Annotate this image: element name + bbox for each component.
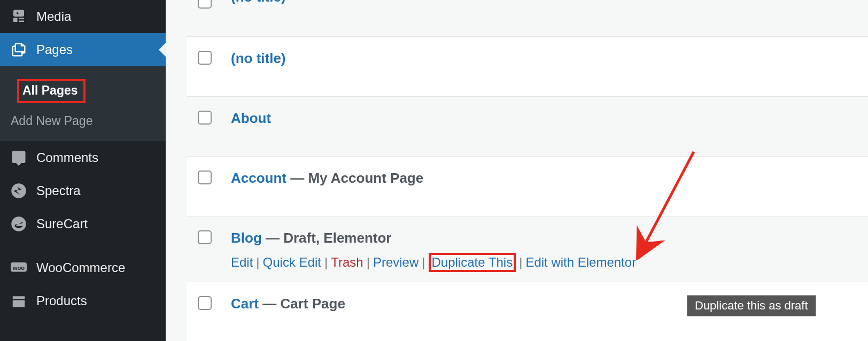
surecart-icon: [11, 216, 27, 232]
admin-sidebar: Media Pages All Pages Add New Page Comme…: [0, 0, 166, 341]
main-content: (no title) (no title) About: [166, 0, 868, 341]
action-preview[interactable]: Preview: [373, 255, 418, 269]
sidebar-submenu: All Pages Add New Page: [0, 66, 166, 141]
sidebar-item-pages[interactable]: Pages: [0, 33, 166, 66]
sidebar-item-label: WooCommerce: [36, 260, 125, 275]
action-quick-edit[interactable]: Quick Edit: [263, 255, 321, 269]
page-title-suffix: — Draft, Elementor: [262, 230, 392, 246]
row-checkbox[interactable]: [198, 111, 212, 125]
row-checkbox[interactable]: [198, 296, 212, 310]
duplicate-highlight: Duplicate This: [429, 253, 516, 272]
sidebar-item-media[interactable]: Media: [0, 0, 166, 33]
media-icon: [11, 9, 27, 25]
page-title-link[interactable]: Blog: [231, 230, 262, 246]
page-title-link[interactable]: Account: [231, 170, 286, 186]
page-title-link[interactable]: (no title): [231, 50, 286, 66]
tooltip: Duplicate this as draft: [687, 295, 816, 316]
row-checkbox[interactable]: [198, 170, 212, 184]
woo-icon: woo: [11, 260, 27, 276]
page-title-link[interactable]: About: [231, 110, 271, 126]
table-row: (no title): [187, 0, 868, 37]
sidebar-item-label: Comments: [36, 150, 98, 165]
table-row: About: [187, 97, 868, 157]
row-checkbox[interactable]: [198, 51, 212, 65]
page-title-suffix: — Cart Page: [259, 296, 345, 312]
products-icon: [11, 293, 27, 309]
table-row: Account — My Account Page: [187, 157, 868, 216]
page-title-link[interactable]: Cart: [231, 296, 259, 312]
sidebar-item-spectra[interactable]: Spectra: [0, 174, 166, 207]
table-row: Blog — Draft, Elementor Edit|Quick Edit|…: [187, 216, 868, 282]
sidebar-item-comments[interactable]: Comments: [0, 141, 166, 174]
sidebar-item-label: Pages: [36, 42, 73, 57]
action-edit-elementor[interactable]: Edit with Elementor: [525, 255, 636, 269]
row-checkbox[interactable]: [198, 0, 212, 9]
page-list: (no title) (no title) About: [187, 0, 868, 341]
sidebar-item-products[interactable]: Products: [0, 284, 166, 317]
sidebar-item-label: SureCart: [36, 216, 88, 231]
submenu-add-new[interactable]: Add New Page: [0, 108, 166, 134]
comments-icon: [11, 150, 27, 166]
submenu-all-pages[interactable]: All Pages: [0, 74, 166, 108]
sidebar-item-surecart[interactable]: SureCart: [0, 207, 166, 241]
action-trash[interactable]: Trash: [331, 255, 363, 269]
sidebar-item-label: Spectra: [36, 183, 81, 198]
sidebar-item-label: Products: [36, 293, 87, 308]
table-row: (no title): [187, 37, 868, 97]
row-actions: Edit|Quick Edit|Trash|Preview|Duplicate …: [231, 253, 857, 272]
page-title-link[interactable]: (no title): [231, 0, 286, 5]
sidebar-item-woocommerce[interactable]: woo WooCommerce: [0, 251, 166, 284]
spectra-icon: [11, 183, 27, 199]
all-pages-highlight: All Pages: [17, 79, 86, 103]
sidebar-item-label: Media: [36, 9, 71, 24]
page-title-suffix: — My Account Page: [286, 170, 423, 186]
row-checkbox[interactable]: [198, 230, 212, 244]
svg-text:woo: woo: [12, 265, 25, 271]
action-edit[interactable]: Edit: [231, 255, 253, 269]
pages-icon: [11, 42, 27, 58]
action-duplicate[interactable]: Duplicate This: [432, 255, 513, 269]
